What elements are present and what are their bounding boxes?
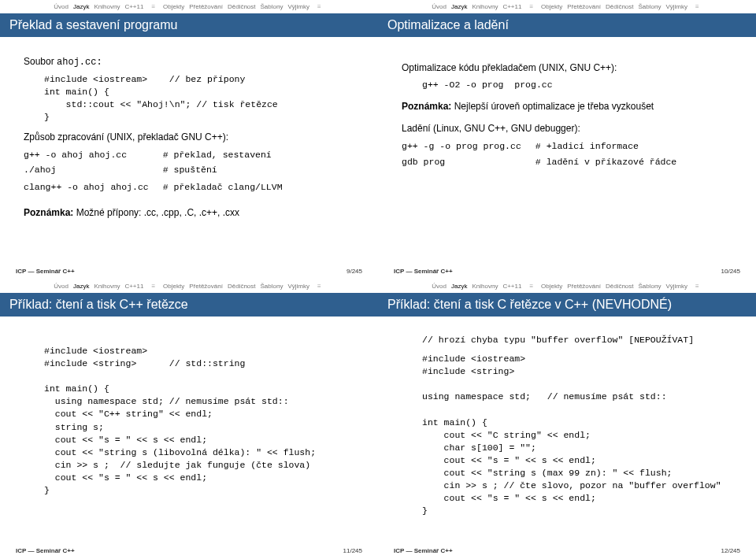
nav-item[interactable]: Přetěžování <box>189 283 223 290</box>
nav-bar: Úvod Jazyk Knihovny C++11 ≡ Objekty Přet… <box>16 280 362 291</box>
nav-item[interactable]: Výjimky <box>665 3 687 10</box>
code-block: #include <iostream> #include <string> //… <box>44 345 354 497</box>
page-number: 11/245 <box>343 547 362 554</box>
cmd-comment: # ladění v příkazové řádce <box>536 155 732 169</box>
nav-item[interactable]: C++11 <box>124 283 143 290</box>
code-block: #include <iostream> #include <string> us… <box>422 353 732 517</box>
footer-left: ICP — Seminář C++ <box>394 268 453 275</box>
page-number: 12/245 <box>721 547 740 554</box>
nav-item[interactable]: C++11 <box>124 3 143 10</box>
nav-item[interactable]: Úvod <box>54 3 69 10</box>
nav-item[interactable]: Šablony <box>261 283 284 290</box>
page-number: 10/245 <box>721 268 740 275</box>
nav-bar: Úvod Jazyk Knihovny C++11 ≡ Objekty Přet… <box>16 0 362 12</box>
slide-2: Úvod Jazyk Knihovny C++11 ≡ Objekty Přet… <box>378 0 756 280</box>
cmd-comment: # +ladicí informace <box>536 139 732 154</box>
opt-cmd: g++ -O2 -o prog prog.cc <box>422 79 732 91</box>
nav-separator: ≡ <box>529 283 533 290</box>
nav-item[interactable]: Úvod <box>54 283 69 290</box>
cmd: ./ahoj <box>24 163 149 177</box>
nav-separator: ≡ <box>317 283 321 290</box>
footer-left: ICP — Seminář C++ <box>16 268 75 275</box>
slide-body: Soubor ahoj.cc: #include <iostream> // b… <box>16 45 362 220</box>
note-label: Poznámka: <box>24 207 73 218</box>
nav-separator: ≡ <box>317 3 321 10</box>
cmd: g++ -g -o prog prog.cc <box>402 139 521 154</box>
slide-title: Optimalizace a ladění <box>378 13 756 37</box>
warn-comment: // hrozí chyba typu "buffer overflow" [N… <box>422 334 732 346</box>
slide-footer: ICP — Seminář C++ 11/245 <box>16 547 362 554</box>
nav-item[interactable]: Přetěžování <box>567 283 601 290</box>
slide-4: Úvod Jazyk Knihovny C++11 ≡ Objekty Přet… <box>378 280 756 559</box>
nav-item[interactable]: Knihovny <box>472 3 498 10</box>
nav-item[interactable]: Šablony <box>639 283 662 290</box>
command-grid: g++ -o ahoj ahoj.cc# překlad, sestavení … <box>24 148 354 194</box>
file-name: ahoj.cc: <box>57 57 102 68</box>
nav-item-active[interactable]: Jazyk <box>73 283 89 290</box>
cmd-comment: # spuštění <box>163 163 354 177</box>
nav-item[interactable]: Úvod <box>432 283 447 290</box>
nav-item[interactable]: Šablony <box>261 3 284 10</box>
slide-footer: ICP — Seminář C++ 10/245 <box>394 268 740 275</box>
nav-item[interactable]: Objekty <box>541 3 562 10</box>
cmd: gdb prog <box>402 155 521 169</box>
nav-item[interactable]: Přetěžování <box>189 3 223 10</box>
slide-body: Optimalizace kódu překladačem (UNIX, GNU… <box>394 45 740 169</box>
code-block: #include <iostream> // bez přípony int m… <box>44 73 354 124</box>
nav-bar: Úvod Jazyk Knihovny C++11 ≡ Objekty Přet… <box>394 0 740 12</box>
slide-footer: ICP — Seminář C++ 12/245 <box>394 547 740 554</box>
nav-bar: Úvod Jazyk Knihovny C++11 ≡ Objekty Přet… <box>394 280 740 291</box>
nav-separator: ≡ <box>151 3 155 10</box>
nav-item[interactable]: Dědičnost <box>606 3 634 10</box>
cmd: clang++ -o ahoj ahoj.cc <box>24 180 149 194</box>
nav-item[interactable]: Objekty <box>163 283 184 290</box>
nav-item[interactable]: Úvod <box>432 3 447 10</box>
slide-1: Úvod Jazyk Knihovny C++11 ≡ Objekty Přet… <box>0 0 378 280</box>
slide-title: Překlad a sestavení programu <box>0 13 378 37</box>
file-label: Soubor <box>24 56 54 67</box>
command-grid: g++ -g -o prog prog.cc# +ladicí informac… <box>402 139 732 169</box>
slide-title: Příklad: čtení a tisk C++ řetězce <box>0 293 378 317</box>
slide-3: Úvod Jazyk Knihovny C++11 ≡ Objekty Přet… <box>0 280 378 559</box>
nav-item[interactable]: Výjimky <box>287 283 309 290</box>
nav-item[interactable]: Přetěžování <box>567 3 601 10</box>
nav-item-active[interactable]: Jazyk <box>451 3 467 10</box>
nav-item[interactable]: Výjimky <box>287 3 309 10</box>
page-grid: Úvod Jazyk Knihovny C++11 ≡ Objekty Přet… <box>0 0 756 559</box>
nav-item[interactable]: Šablony <box>639 3 662 10</box>
page-number: 9/245 <box>346 268 362 275</box>
nav-item[interactable]: Objekty <box>541 283 562 290</box>
nav-separator: ≡ <box>695 283 699 290</box>
debug-label: Ladění (Linux, GNU C++, GNU debugger): <box>402 121 732 136</box>
cmd: g++ -o ahoj ahoj.cc <box>24 148 149 162</box>
slide-body: #include <iostream> #include <string> //… <box>16 324 362 497</box>
nav-separator: ≡ <box>695 3 699 10</box>
nav-item[interactable]: Výjimky <box>665 283 687 290</box>
slide-body: // hrozí chyba typu "buffer overflow" [N… <box>394 324 740 517</box>
nav-item[interactable]: C++11 <box>502 3 521 10</box>
nav-item[interactable]: Knihovny <box>472 283 498 290</box>
note-text: Nejlepší úroveň optimalizace je třeba vy… <box>454 101 654 112</box>
nav-item[interactable]: Knihovny <box>94 3 120 10</box>
note-label: Poznámka: <box>402 101 451 112</box>
nav-item[interactable]: Dědičnost <box>228 3 256 10</box>
note-text: Možné přípony: .cc, .cpp, .C, .c++, .cxx <box>76 207 239 218</box>
nav-separator: ≡ <box>151 283 155 290</box>
nav-item[interactable]: Knihovny <box>94 283 120 290</box>
nav-separator: ≡ <box>529 3 533 10</box>
nav-item[interactable]: Dědičnost <box>228 283 256 290</box>
nav-item[interactable]: C++11 <box>502 283 521 290</box>
slide-footer: ICP — Seminář C++ 9/245 <box>16 268 362 275</box>
footer-left: ICP — Seminář C++ <box>394 547 453 554</box>
nav-item[interactable]: Objekty <box>163 3 184 10</box>
slide-title: Příklad: čtení a tisk C řetězce v C++ (N… <box>378 293 756 317</box>
nav-item-active[interactable]: Jazyk <box>451 283 467 290</box>
method-label: Způsob zpracování (UNIX, překladač GNU C… <box>24 130 354 145</box>
cmd-comment: # překladač clang/LLVM <box>163 180 354 194</box>
nav-item[interactable]: Dědičnost <box>606 283 634 290</box>
nav-item-active[interactable]: Jazyk <box>73 3 89 10</box>
opt-label: Optimalizace kódu překladačem (UNIX, GNU… <box>402 61 732 76</box>
cmd-comment: # překlad, sestavení <box>163 148 354 162</box>
footer-left: ICP — Seminář C++ <box>16 547 75 554</box>
